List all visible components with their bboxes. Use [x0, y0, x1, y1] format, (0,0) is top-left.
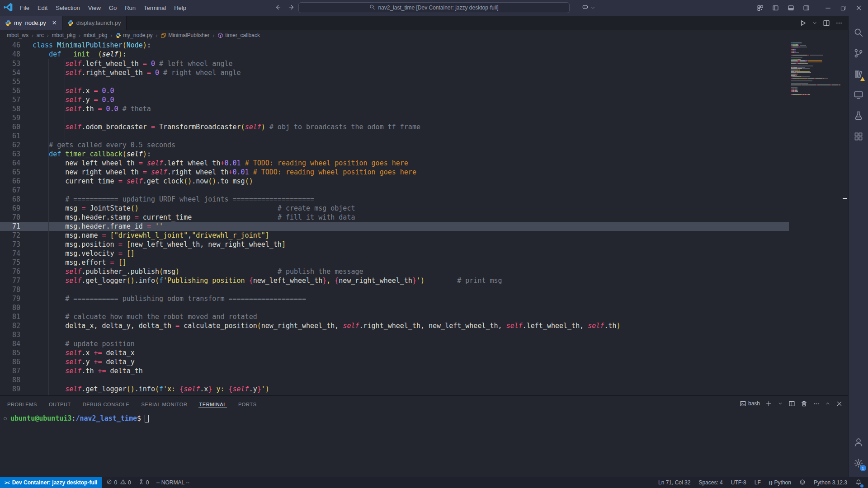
breadcrumb-timer_callback[interactable]: timer_callback [217, 32, 260, 38]
panel-action-chevron-up[interactable] [825, 401, 830, 406]
menu-file[interactable]: File [16, 3, 33, 13]
arrow-right-icon[interactable] [288, 4, 296, 13]
menu-selection[interactable]: Selection [52, 3, 83, 13]
code-line-80[interactable]: 80 [0, 303, 789, 312]
cursor-position[interactable]: Ln 71, Col 32 [658, 479, 690, 486]
code-line-53[interactable]: 53 self.left_wheel_th = 0 # left wheel a… [0, 59, 789, 68]
code-line-69[interactable]: 69 msg = JointState() # create msg objec… [0, 204, 789, 213]
more-icon[interactable] [835, 19, 843, 27]
code-line-48[interactable]: 48 def __init__(self): [0, 50, 789, 59]
code-line-64[interactable]: 64 new_left_wheel_th = self.left_wheel_t… [0, 159, 789, 168]
python-interpreter[interactable]: Python 3.12.3 [814, 479, 847, 486]
layout-secondary-icon[interactable] [799, 2, 813, 14]
breadcrumb-mbot_pkg[interactable]: mbot_pkg [84, 32, 108, 38]
panel-action-plus[interactable] [765, 400, 772, 407]
breadcrumb-mbot_ws[interactable]: mbot_ws [7, 32, 28, 38]
code-line-46[interactable]: 46class MinimalPublisher(Node): [0, 41, 789, 50]
breadcrumb-my_node.py[interactable]: my_node.py [115, 32, 152, 38]
sticky-scroll[interactable]: 46class MinimalPublisher(Node):48 def __… [0, 41, 789, 59]
menu-help[interactable]: Help [170, 3, 190, 13]
code-line-66[interactable]: 66 current_time = self.get_clock().now()… [0, 177, 789, 186]
menu-go[interactable]: Go [105, 3, 120, 13]
menu-edit[interactable]: Edit [34, 3, 51, 13]
code-line-55[interactable]: 55 [0, 77, 789, 86]
code-line-84[interactable]: 84 # update position [0, 339, 789, 348]
activity-remote-explorer[interactable] [849, 84, 868, 105]
panel-action-chevron-down[interactable] [778, 401, 783, 406]
panel-tab-terminal[interactable]: TERMINAL [198, 397, 226, 410]
feedback[interactable] [799, 479, 806, 487]
language-mode[interactable]: {} Python [769, 479, 791, 486]
code-line-75[interactable]: 75 msg.effort = [] [0, 258, 789, 267]
notifications[interactable] [855, 479, 862, 487]
play-icon[interactable] [799, 19, 807, 27]
panel-action-split[interactable] [788, 400, 795, 407]
code-line-77[interactable]: 77 self.get_logger().info(f'Publishing p… [0, 276, 789, 285]
code-line-87[interactable]: 87 self.th += delta_th [0, 366, 789, 375]
panel-action-trash[interactable] [801, 400, 807, 407]
code-line-78[interactable]: 78 [0, 285, 789, 294]
eol-selector[interactable]: LF [755, 479, 761, 486]
panel-tab-debug-console[interactable]: DEBUG CONSOLE [82, 397, 130, 410]
breadcrumb-MinimalPublisher[interactable]: MinimalPublisher [160, 32, 209, 38]
code-line-73[interactable]: 73 msg.position = [new_left_wheel_th, ne… [0, 240, 789, 249]
code-line-85[interactable]: 85 self.x += delta_x [0, 348, 789, 357]
code-line-59[interactable]: 59 [0, 113, 789, 122]
minimize-icon[interactable] [821, 2, 835, 14]
vim-mode[interactable]: -- NORMAL -- [156, 479, 189, 486]
activity-beaker[interactable] [849, 105, 868, 126]
code-line-60[interactable]: 60 self.odom_brodcaster = TransformBroad… [0, 122, 789, 131]
panel-tab-ports[interactable]: PORTS [238, 397, 257, 410]
breadcrumb-mbot_pkg[interactable]: mbot_pkg [52, 32, 75, 38]
code-line-63[interactable]: 63 def timer_callback(self): [0, 150, 789, 159]
code-line-76[interactable]: 76 self.publisher_.publish(msg) # publis… [0, 267, 789, 276]
activity-library[interactable] [849, 64, 868, 84]
close-icon[interactable] [852, 2, 865, 14]
terminal[interactable]: ubuntu@ubuntui3:/nav2_last_time$ [0, 411, 848, 422]
code-line-89[interactable]: 89 self.get_logger().info(f'x: {self.x} … [0, 385, 789, 394]
code-line-70[interactable]: 70 msg.header.stamp = current_time # fil… [0, 213, 789, 222]
code-line-81[interactable]: 81 # calcuate how much the robot moved a… [0, 312, 789, 321]
split-icon[interactable] [823, 19, 830, 27]
copilot-menu[interactable] [581, 0, 595, 16]
code-line-74[interactable]: 74 msg.velocity = [] [0, 249, 789, 258]
encoding[interactable]: UTF-8 [731, 479, 746, 486]
code-line-68[interactable]: 68 # =========== updating URDF wheel joi… [0, 195, 789, 204]
code-line-67[interactable]: 67 [0, 186, 789, 195]
code-line-82[interactable]: 82 delta_x, delta_y, delta_th = calculat… [0, 321, 789, 330]
code-line-83[interactable]: 83 [0, 330, 789, 339]
code-line-88[interactable]: 88 [0, 375, 789, 385]
code-line-72[interactable]: 72 msg.name = ["drivewhl_l_joint","drive… [0, 231, 789, 240]
problems-status[interactable]: 0 0 [106, 479, 131, 486]
code-line-65[interactable]: 65 new_right_wheel_th = self.right_wheel… [0, 168, 789, 177]
panel-tab-output[interactable]: OUTPUT [48, 397, 71, 410]
code-line-79[interactable]: 79 # =========== publishing odom transfo… [0, 294, 789, 303]
close-tab-icon[interactable]: ✕ [52, 19, 57, 26]
activity-account[interactable] [849, 432, 868, 453]
breadcrumb-src[interactable]: src [37, 32, 44, 38]
activity-source-control[interactable] [849, 43, 868, 64]
indentation[interactable]: Spaces: 4 [698, 479, 722, 486]
restore-icon[interactable] [836, 2, 850, 14]
panel-action-terminal[interactable]: bash [740, 400, 760, 407]
code-line-61[interactable]: 61 [0, 131, 789, 141]
panel-action-more[interactable] [813, 400, 820, 407]
layout-grid-icon[interactable] [753, 2, 767, 14]
arrow-left-icon[interactable] [274, 4, 281, 13]
tab-my_node.py[interactable]: my_node.py✕ [0, 16, 62, 30]
minimap[interactable] [789, 41, 842, 395]
activity-extensions[interactable] [849, 126, 868, 147]
chevron-down-icon[interactable] [812, 20, 817, 26]
command-center-search[interactable]: nav2_last_time [Dev Container: jazzy des… [298, 2, 570, 13]
panel-tab-problems[interactable]: PROBLEMS [7, 397, 38, 410]
tab-display.launch.py[interactable]: display.launch.py [62, 16, 127, 30]
code-line-58[interactable]: 58 self.th = 0.0 # theta [0, 104, 789, 113]
overview-ruler[interactable] [842, 41, 848, 395]
panel-tab-serial-monitor[interactable]: SERIAL MONITOR [141, 397, 188, 410]
code-line-54[interactable]: 54 self.right_wheel_th = 0 # right wheel… [0, 68, 789, 77]
menu-run[interactable]: Run [121, 3, 139, 13]
remote-indicator[interactable]: >< Dev Container: jazzy desktop-full [0, 477, 102, 488]
panel-action-close[interactable] [836, 400, 843, 407]
ports-status[interactable]: 0 [138, 479, 149, 486]
menu-terminal[interactable]: Terminal [140, 3, 170, 13]
